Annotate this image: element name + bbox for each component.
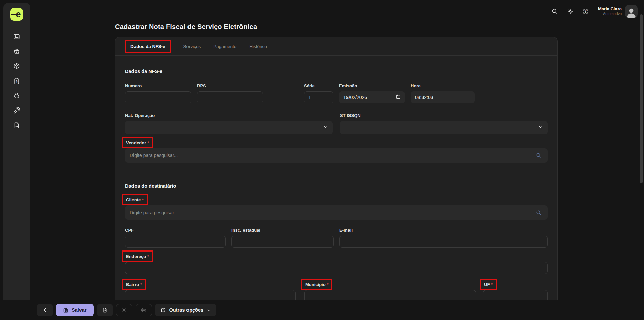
annotation-box-endereco: Endereço* xyxy=(122,250,153,262)
tab-servicos[interactable]: Serviços xyxy=(183,44,201,49)
row-bairro-municipio-uf: Bairro* Município* xyxy=(125,281,548,300)
app-root: e xyxy=(0,0,644,320)
bairro-input[interactable] xyxy=(125,290,296,300)
required-asterisk: * xyxy=(491,282,493,287)
label-email: E-mail xyxy=(339,228,353,233)
tab-bar: Dados da NFS-e Serviços Pagamento Histór… xyxy=(115,37,557,56)
hora-input[interactable] xyxy=(411,91,475,103)
nat-operacao-select[interactable] xyxy=(125,121,333,134)
page-title: Cadastrar Nota Fiscal de Serviço Eletrôn… xyxy=(115,23,257,31)
label-rps: RPS xyxy=(197,83,206,88)
user-role: Automotivo xyxy=(598,12,622,16)
chevron-down-icon xyxy=(538,125,543,131)
svg-text:?: ? xyxy=(585,10,587,13)
cliente-search-group xyxy=(125,205,548,220)
cpf-input[interactable] xyxy=(125,236,226,248)
id-card-icon xyxy=(13,33,20,40)
required-asterisk: * xyxy=(147,254,149,259)
print-button[interactable] xyxy=(136,304,152,316)
save-label: Salvar xyxy=(72,307,87,313)
rps-input[interactable] xyxy=(197,91,263,103)
vendedor-search-button[interactable] xyxy=(529,148,548,163)
tab-dados-nfse[interactable]: Dados da NFS-e xyxy=(130,44,165,49)
logo-e-icon: e xyxy=(10,8,23,21)
chevron-left-icon xyxy=(42,307,48,313)
sidebar-item-relatorios[interactable] xyxy=(10,122,23,129)
label-insc-estadual: Insc. estadual xyxy=(231,228,260,233)
avatar[interactable] xyxy=(625,5,638,18)
row-natoperacao-stissqn: Nat. Operação ST ISSQN xyxy=(125,112,548,134)
sidebar-item-produtos[interactable] xyxy=(10,62,23,70)
annotation-box-municipio: Município* xyxy=(301,279,332,290)
package-icon xyxy=(13,62,20,70)
action-bar: Salvar Outras opções xyxy=(0,300,644,320)
serie-input xyxy=(304,91,333,103)
tab-historico[interactable]: Histórico xyxy=(249,44,267,49)
chevron-down-icon xyxy=(323,125,328,131)
app-logo[interactable]: e xyxy=(10,8,23,21)
cancel-button[interactable] xyxy=(116,304,132,316)
person-icon xyxy=(626,7,637,18)
label-cliente: Cliente* xyxy=(126,197,144,202)
sidebar: e xyxy=(3,3,30,316)
label-numero: Numero xyxy=(125,83,142,88)
user-info[interactable]: Maria Clara Automotivo xyxy=(598,6,622,16)
more-options-button[interactable]: Outras opções xyxy=(155,304,217,316)
svg-text:e: e xyxy=(16,9,21,19)
required-asterisk: * xyxy=(327,282,329,287)
sidebar-item-servicos[interactable] xyxy=(10,107,23,114)
clipboard-dollar-icon: $ xyxy=(13,77,20,85)
annotation-box-vendedor: Vendedor* xyxy=(122,137,153,148)
sidebar-item-cadastros[interactable] xyxy=(10,33,23,40)
external-link-icon xyxy=(160,307,166,313)
label-emissao: Emissão xyxy=(339,83,357,88)
cliente-search-button[interactable] xyxy=(529,205,548,220)
theme-toggle-button[interactable] xyxy=(567,8,574,15)
more-options-label: Outras opções xyxy=(169,307,204,313)
cliente-search-input[interactable] xyxy=(125,205,529,220)
floppy-disk-icon xyxy=(63,307,69,313)
sidebar-item-vendas[interactable] xyxy=(10,48,23,55)
label-vendedor: Vendedor* xyxy=(126,140,149,145)
printer-icon xyxy=(141,307,147,313)
annotation-box-uf: UF* xyxy=(480,279,497,290)
search-button[interactable] xyxy=(551,8,558,15)
cliente-field: Cliente* xyxy=(125,197,548,220)
search-icon xyxy=(536,152,542,158)
required-asterisk: * xyxy=(140,282,142,287)
vertical-scrollbar[interactable] xyxy=(640,14,643,183)
emissao-date-input[interactable] xyxy=(339,91,405,103)
required-asterisk: * xyxy=(147,141,149,145)
label-bairro: Bairro* xyxy=(126,282,142,287)
numero-input[interactable] xyxy=(125,91,191,103)
close-icon xyxy=(121,307,127,313)
vendedor-field: Vendedor* xyxy=(125,140,548,163)
label-nat-operacao: Nat. Operação xyxy=(125,113,155,118)
municipio-input[interactable] xyxy=(304,290,476,300)
sidebar-item-financeiro[interactable]: $ xyxy=(10,77,23,85)
help-button[interactable]: ? xyxy=(582,8,589,15)
export-button[interactable] xyxy=(97,304,113,316)
tab-pagamento[interactable]: Pagamento xyxy=(213,44,236,49)
save-button[interactable]: Salvar xyxy=(56,304,94,316)
email-input[interactable] xyxy=(339,236,548,248)
row-cpf-insc-email: CPF Insc. estadual E-mail xyxy=(125,227,548,248)
form-body: Dados da NFS-e Numero RPS Série xyxy=(115,56,557,300)
back-button[interactable] xyxy=(37,304,53,316)
money-bag-icon xyxy=(13,92,20,99)
required-asterisk: * xyxy=(142,198,144,202)
label-uf: UF* xyxy=(484,282,493,287)
sidebar-item-tributacao[interactable] xyxy=(10,92,23,99)
report-file-icon xyxy=(13,122,20,129)
endereco-field: Endereço* xyxy=(125,253,548,274)
label-serie: Série xyxy=(304,83,315,88)
insc-estadual-input[interactable] xyxy=(231,236,334,248)
vendedor-search-input[interactable] xyxy=(125,148,529,163)
file-export-icon xyxy=(102,307,108,313)
user-name: Maria Clara xyxy=(598,6,622,12)
nfse-form-card: Dados da NFS-e Serviços Pagamento Histór… xyxy=(115,37,558,300)
st-issqn-select[interactable] xyxy=(340,121,548,134)
uf-input[interactable] xyxy=(483,290,548,300)
endereco-input[interactable] xyxy=(125,262,548,274)
help-icon: ? xyxy=(582,8,589,15)
